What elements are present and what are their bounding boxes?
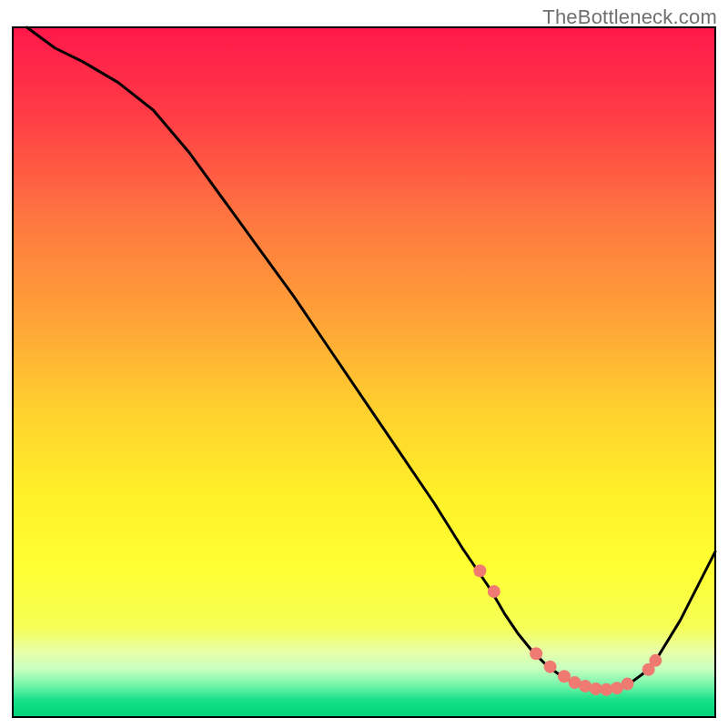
highlight-dot	[488, 585, 500, 598]
highlight-dot	[473, 564, 486, 577]
highlight-dot	[530, 647, 542, 660]
highlight-dot	[622, 678, 634, 691]
chart-svg	[0, 0, 728, 728]
chart-background	[13, 27, 715, 717]
highlight-dot	[544, 661, 557, 673]
chart-container: TheBottleneck.com	[0, 0, 728, 728]
highlight-dot	[649, 654, 662, 667]
